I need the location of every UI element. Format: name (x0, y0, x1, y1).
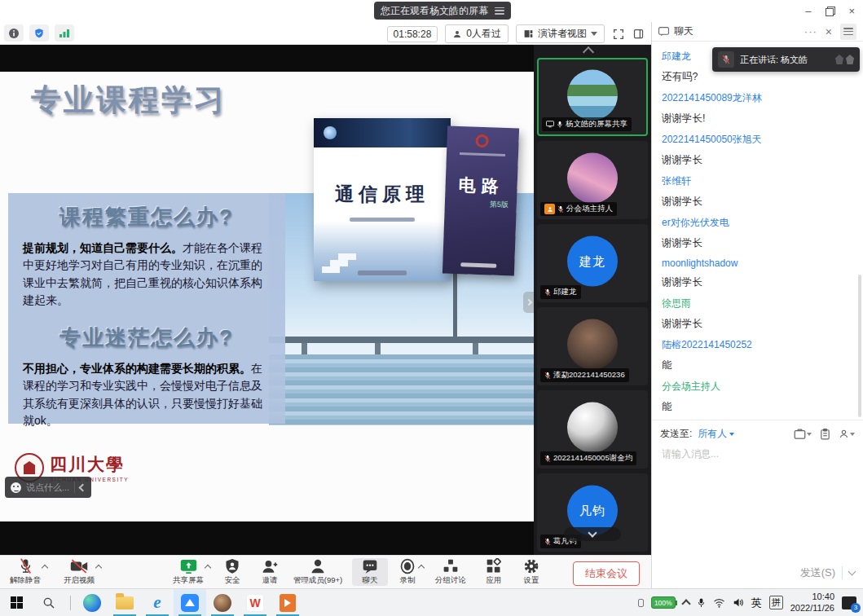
taskbar-ie-button[interactable]: e (141, 589, 174, 616)
security-shield-icon[interactable] (29, 24, 49, 42)
chevron-up-icon[interactable] (42, 565, 48, 571)
next-slide-arrow[interactable] (523, 292, 534, 313)
breakout-icon (443, 558, 459, 574)
chat-sender[interactable]: moonlightshadow (662, 257, 853, 269)
chat-message-input[interactable] (660, 447, 849, 460)
scroll-up-icon[interactable] (583, 46, 594, 58)
taskbar-divider (70, 596, 71, 610)
video-tile-screen-share[interactable]: 杨文皓的屏幕共享 (537, 58, 648, 136)
chat-history-button[interactable] (820, 429, 830, 440)
meeting-info-icon[interactable] (4, 24, 24, 42)
speaking-toast-text: 正在讲话: 杨文皓 (740, 54, 808, 66)
chevron-up-icon[interactable] (205, 565, 211, 571)
view-mode-button[interactable]: 演讲者视图 (516, 24, 605, 43)
chat-close-button[interactable]: × (826, 25, 832, 38)
chat-button[interactable]: 聊天 (352, 558, 388, 586)
notification-badge: 3 (851, 603, 861, 613)
clock-time: 10:40 (790, 592, 834, 603)
window-controls: – × (805, 0, 858, 21)
emoji-icon[interactable] (11, 482, 21, 493)
notification-center-button[interactable]: 3 (842, 596, 856, 609)
screenshot-tool-button[interactable] (794, 429, 812, 440)
mic-on-icon (557, 121, 563, 129)
participant-strip: 杨文皓的屏幕共享 分会场主持人 建龙 邱建龙 漆勐 (534, 45, 651, 555)
slide-question-2: 专业迷茫怎么办? (23, 323, 271, 352)
chat-sender[interactable]: 2022141450089龙洋林 (662, 91, 853, 105)
chat-sender[interactable]: er对你光伏发电 (662, 216, 853, 230)
taskbar-meeting-button[interactable] (174, 589, 206, 616)
settings-button[interactable]: 设置 (513, 558, 549, 586)
taskbar-edge-button[interactable] (76, 589, 108, 616)
book2-seal-icon (475, 134, 489, 148)
mic-muted-icon (544, 372, 551, 380)
restore-button[interactable] (826, 7, 834, 15)
hidden-icons-chevron[interactable] (681, 599, 690, 608)
chat-panel-title: 聊天 (674, 24, 693, 38)
send-button[interactable]: 发送(S) (800, 565, 855, 580)
taskbar-search-button[interactable] (33, 589, 65, 616)
manage-members-button[interactable]: 管理成员(99+) (287, 558, 349, 586)
tray-mic-icon[interactable] (697, 597, 706, 609)
tile-label: 邱建龙 (540, 285, 581, 299)
chat-messages[interactable]: 邱建龙 还有吗? 2022141450089龙洋林 谢谢学长! 20221414… (652, 42, 863, 420)
system-tray: 100% 英 拼 10:40 2022/11/26 3 (638, 592, 863, 614)
chat-sender[interactable]: 分会场主持人 (662, 380, 853, 394)
slide-question-1: 课程繁重怎么办? (23, 203, 271, 231)
battery-indicator[interactable]: 100% (651, 596, 676, 609)
ime-language-indicator[interactable]: 英 (751, 596, 762, 610)
view-mode-caret-icon (591, 32, 597, 36)
fullscreen-button[interactable] (612, 28, 625, 41)
viewers-button[interactable]: 0人看过 (445, 24, 509, 43)
private-chat-button[interactable] (839, 429, 855, 439)
close-button[interactable]: × (848, 5, 855, 17)
chat-sender[interactable]: 陆榕2022141450252 (662, 338, 853, 352)
network-signal-icon[interactable] (55, 24, 74, 42)
scroll-down-button[interactable] (564, 527, 621, 541)
unmute-button[interactable]: 解除静音 (2, 558, 49, 586)
video-tile[interactable]: 建龙 邱建龙 (537, 224, 648, 302)
taskbar-clock[interactable]: 10:40 2022/11/26 (790, 592, 834, 614)
apps-icon (486, 558, 502, 574)
send-to-selector[interactable]: 所有人 (698, 427, 734, 441)
taskbar-wps-presentation-button[interactable] (271, 589, 304, 616)
chat-sender[interactable]: 张维轩 (662, 174, 853, 188)
start-button[interactable] (0, 589, 33, 616)
share-screen-button[interactable]: 共享屏幕 (165, 558, 212, 586)
security-button[interactable]: 安全 (214, 558, 251, 586)
video-tile[interactable]: 漆勐2022141450236 (537, 307, 648, 385)
chat-more-button[interactable]: ··· (804, 25, 817, 37)
chat-scrollbar[interactable] (858, 275, 861, 417)
record-button[interactable]: 录制 (390, 558, 425, 586)
wifi-icon[interactable] (713, 598, 725, 608)
taskbar-file-explorer-button[interactable] (108, 589, 141, 616)
video-tile-host[interactable]: 分会场主持人 (537, 141, 648, 219)
breakout-rooms-button[interactable]: 分组讨论 (427, 558, 474, 586)
collapse-left-icon[interactable] (79, 483, 87, 491)
video-tile[interactable]: 2022141450005谢金均 (537, 390, 648, 469)
minimize-button[interactable]: – (805, 5, 811, 17)
taskbar-wps-button[interactable]: W (239, 589, 271, 616)
invite-button[interactable]: 邀请 (251, 558, 288, 586)
title-bar: 您正在观看杨文皓的屏幕 – × (0, 0, 863, 22)
speaker-icon[interactable] (733, 597, 744, 608)
taskbar-avatar-app-button[interactable] (206, 589, 239, 616)
chat-sender[interactable]: 2022141450050张旭天 (662, 133, 853, 147)
wps-office-icon: W (246, 594, 264, 612)
apps-button[interactable]: 应用 (476, 558, 512, 586)
panel-menu-button[interactable] (840, 24, 856, 40)
end-meeting-button[interactable]: 结束会议 (573, 561, 640, 586)
danmaku-placeholder[interactable]: 说点什么... (26, 482, 69, 494)
chevron-up-icon[interactable] (95, 565, 102, 571)
book1-logo-icon (324, 126, 337, 139)
start-video-button[interactable]: 开启视频 (55, 558, 103, 586)
banner-menu-icon[interactable] (495, 7, 504, 15)
ime-pinyin-indicator[interactable]: 拼 (769, 596, 783, 609)
chevron-up-icon[interactable] (418, 565, 425, 571)
danmaku-input-bubble[interactable]: 说点什么... (5, 477, 91, 498)
watching-banner-text: 您正在观看杨文皓的屏幕 (381, 4, 488, 18)
chat-sender[interactable]: 徐思雨 (662, 297, 853, 310)
side-panel-toggle-button[interactable] (632, 28, 645, 40)
search-icon (42, 596, 55, 609)
book2-title: 电路 (445, 173, 517, 198)
avatar (567, 153, 618, 204)
